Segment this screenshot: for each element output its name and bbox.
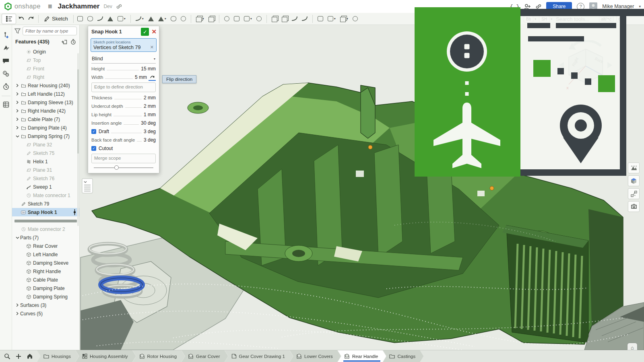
document-menu-icon[interactable]: ≡: [48, 2, 52, 11]
insert-assembly-icon[interactable]: ▾: [326, 14, 337, 24]
tree-item[interactable]: Mate connector 2: [12, 225, 79, 233]
tree-item[interactable]: Damping Spring (7): [12, 132, 79, 140]
confirm-button[interactable]: ✓: [141, 28, 149, 36]
hole-icon[interactable]: [179, 14, 188, 24]
dialog-field-row[interactable]: Thickness2 mm: [88, 93, 159, 102]
extrude-icon[interactable]: [76, 14, 85, 24]
opacity-slider[interactable]: [94, 167, 153, 168]
tree-item[interactable]: Damping Spring: [12, 292, 79, 301]
dialog-field-row[interactable]: Undercut depth2 mm: [88, 102, 159, 110]
draft-icon[interactable]: ▾: [157, 14, 168, 24]
field-value[interactable]: 15 mm: [141, 66, 156, 72]
boolean-icon[interactable]: [223, 14, 231, 24]
import-icon[interactable]: [270, 14, 279, 24]
tree-item[interactable]: Mate connector 1: [12, 191, 79, 200]
comment-icon[interactable]: [1, 56, 11, 66]
feature-panel-scrollbar[interactable]: [77, 53, 79, 226]
tree-item[interactable]: Curves (5): [12, 309, 79, 318]
tree-item[interactable]: Cable Plate: [12, 276, 79, 284]
tree-item[interactable]: Damping Plate: [12, 284, 79, 292]
checkbox-checked[interactable]: ✓: [91, 129, 96, 134]
selection-box[interactable]: Merge scope: [91, 154, 156, 163]
tree-item[interactable]: Right Handle: [12, 267, 79, 276]
tree-expand-icon[interactable]: [14, 236, 20, 239]
tree-item[interactable]: Left Handle: [12, 250, 79, 259]
tab-lower-covers[interactable]: Lower Covers: [290, 350, 341, 362]
tree-item[interactable]: Damping Sleeve: [12, 259, 79, 267]
tree-expand-icon[interactable]: [14, 126, 20, 130]
sweep-icon[interactable]: [96, 14, 105, 24]
dialog-check-row[interactable]: ✓Draft3 deg: [88, 127, 159, 136]
fillet-icon[interactable]: ▾: [134, 14, 145, 24]
tree-item[interactable]: Surfaces (3): [12, 301, 79, 309]
rollback-handle-icon[interactable]: [73, 209, 76, 215]
dialog-field-row[interactable]: Width5 mm: [88, 73, 159, 81]
sketch-point[interactable]: [368, 145, 372, 149]
delete-part-icon[interactable]: [255, 14, 263, 24]
tab-rear-handle[interactable]: Rear Handle: [338, 350, 386, 362]
variables-table-icon[interactable]: ▾: [339, 14, 350, 24]
annotation-icon[interactable]: [1, 43, 11, 53]
linear-pattern-icon[interactable]: ▾: [194, 14, 206, 24]
tree-item[interactable]: Damping Plate (4): [12, 123, 79, 132]
tree-expand-icon[interactable]: [14, 92, 20, 96]
flip-direction-button[interactable]: [149, 73, 156, 81]
tree-expand-icon[interactable]: [14, 135, 20, 138]
loft-icon[interactable]: [106, 14, 115, 24]
field-value[interactable]: 2 mm: [144, 103, 156, 109]
tree-expand-icon[interactable]: [14, 117, 20, 121]
tree-item[interactable]: Rear Cover: [12, 242, 79, 250]
tree-item[interactable]: Rear Housing (240): [12, 81, 79, 90]
thicken-icon[interactable]: ▾: [116, 14, 127, 24]
tree-item[interactable]: Right: [12, 73, 79, 81]
field-value[interactable]: 1 mm: [144, 112, 156, 117]
rollback-history-icon[interactable]: [70, 39, 76, 45]
tree-expand-icon[interactable]: [14, 84, 20, 87]
drawing-icon[interactable]: [316, 14, 325, 24]
user-name[interactable]: Mike Manager: [602, 4, 634, 9]
tab-gear-cover-drawing-1[interactable]: Gear Cover Drawing 1: [225, 350, 293, 362]
dialog-field-row[interactable]: Back face draft angle3 deg: [88, 136, 159, 144]
tree-item[interactable]: Damping Sleeve (13): [12, 98, 79, 107]
mirror-icon[interactable]: [207, 14, 216, 24]
tree-item[interactable]: Left Handle (112): [12, 90, 79, 98]
selection-field[interactable]: Sketch point locations Vertices of Sketc…: [91, 38, 157, 52]
tree-expand-icon[interactable]: [14, 303, 20, 307]
field-value[interactable]: 3 deg: [144, 129, 156, 134]
rollback-bar[interactable]: [14, 220, 77, 222]
dialog-field-row[interactable]: Height15 mm: [88, 64, 159, 73]
sketch-button[interactable]: Sketch: [41, 14, 71, 24]
field-value[interactable]: 3 deg: [144, 137, 156, 143]
redo-button[interactable]: [26, 14, 36, 24]
tree-item[interactable]: SHSnap Hook 1: [12, 208, 79, 216]
export-icon[interactable]: [280, 14, 289, 24]
copy-link-icon[interactable]: [536, 4, 541, 9]
insert-element-icon[interactable]: [1, 30, 11, 40]
tree-item[interactable]: Helix 1: [12, 157, 79, 166]
tab-housings[interactable]: Housings: [37, 350, 79, 362]
tab-rotor-housing[interactable]: Rotor Housing: [133, 350, 185, 362]
end-type-select[interactable]: Blind ▾: [91, 54, 156, 64]
exploded-view-button[interactable]: [628, 188, 640, 199]
update-references-icon[interactable]: [300, 14, 309, 24]
selection-box[interactable]: Edge to define direction: [91, 82, 156, 92]
tab-castings[interactable]: Castings: [383, 350, 423, 362]
slider-knob[interactable]: [114, 165, 119, 170]
tree-item[interactable]: Cable Plate (7): [12, 115, 79, 123]
dialog-field-row[interactable]: Insertion angle30 deg: [88, 119, 159, 127]
tree-item[interactable]: Parts (7): [12, 233, 79, 242]
tab-gear-cover[interactable]: Gear Cover: [182, 350, 228, 362]
configurations-icon[interactable]: [1, 68, 11, 79]
checkbox-checked[interactable]: ✓: [91, 146, 96, 151]
tree-item[interactable]: Plane 32: [12, 140, 79, 149]
chamfer-icon[interactable]: [147, 14, 155, 24]
tree-item[interactable]: Sweep 1: [12, 183, 79, 191]
field-value[interactable]: 5 mm: [135, 74, 147, 80]
split-icon[interactable]: [232, 14, 241, 24]
search-tabs-button[interactable]: [2, 352, 12, 361]
view-cube-button[interactable]: [628, 175, 640, 186]
tree-item[interactable]: Sketch 75: [12, 149, 79, 157]
tree-expand-icon[interactable]: [14, 109, 20, 113]
bom-table-icon[interactable]: [1, 99, 11, 110]
link-icon[interactable]: [116, 4, 122, 9]
